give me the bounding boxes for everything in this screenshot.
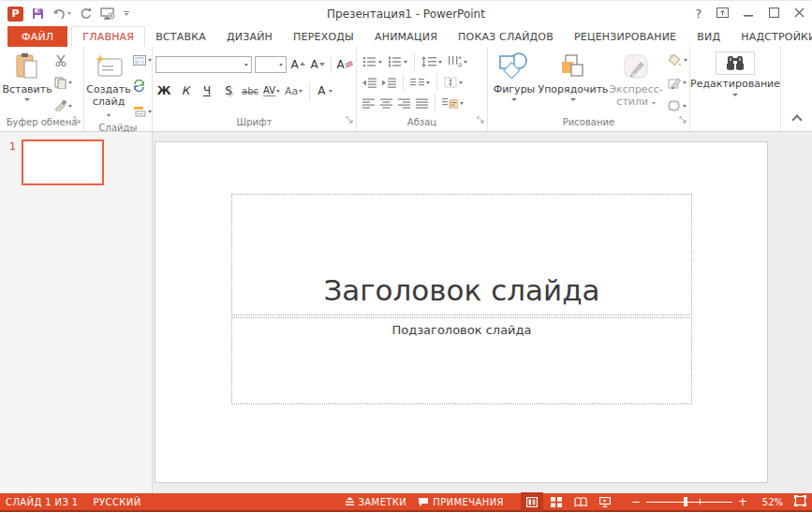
slide-sections-dropdown-arrow[interactable] <box>148 110 152 113</box>
shape-effects-arrow[interactable] <box>683 105 687 108</box>
slide-layout-button[interactable] <box>131 51 154 68</box>
powerpoint-icon[interactable]: P <box>7 7 23 22</box>
notes-toggle[interactable]: ЗАМЕТКИ <box>345 497 407 507</box>
format-painter-dropdown-arrow[interactable] <box>68 105 72 108</box>
zoom-percentage[interactable]: 52% <box>759 497 783 507</box>
help-button[interactable]: ? <box>696 7 701 21</box>
text-direction-button[interactable]: A <box>447 53 468 70</box>
slide-layout-dropdown-arrow[interactable] <box>148 59 152 62</box>
line-spacing-button[interactable] <box>421 53 443 70</box>
paste-dropdown-arrow[interactable] <box>24 98 30 101</box>
normal-view-button[interactable] <box>521 492 543 511</box>
tab-animations[interactable]: АНИМАЦИЯ <box>364 26 448 47</box>
close-button[interactable] <box>794 7 805 21</box>
italic-button[interactable]: К <box>177 81 194 100</box>
ribbon-display-options-button[interactable] <box>716 7 729 21</box>
new-slide-button[interactable]: Создать слайд <box>87 50 130 122</box>
decrease-indent-button[interactable] <box>362 74 377 91</box>
zoom-out-button[interactable]: − <box>631 497 641 506</box>
copy-button[interactable] <box>52 75 74 92</box>
undo-button[interactable] <box>52 8 71 20</box>
tab-insert[interactable]: ВСТАВКА <box>145 26 216 47</box>
font-size-combobox[interactable] <box>255 56 287 73</box>
strikethrough-button[interactable]: abc <box>242 81 258 100</box>
maximize-button[interactable] <box>769 7 779 21</box>
text-shadow-button[interactable]: S <box>220 81 237 100</box>
tab-transitions[interactable]: ПЕРЕХОДЫ <box>283 26 364 47</box>
collapse-ribbon-button[interactable] <box>791 114 802 124</box>
justify-button[interactable] <box>415 95 429 111</box>
zoom-slider-handle[interactable] <box>684 497 687 506</box>
paragraph-dialog-launcher[interactable] <box>477 110 485 128</box>
arrange-button[interactable]: Упорядочить <box>538 50 609 116</box>
shrink-font-button[interactable]: А <box>309 55 326 74</box>
shape-outline-arrow[interactable] <box>683 81 687 84</box>
drawing-dialog-launcher[interactable] <box>679 110 687 128</box>
cut-button[interactable] <box>52 51 74 68</box>
title-placeholder[interactable]: Заголовок слайда <box>231 194 692 315</box>
comments-toggle[interactable]: ПРИМЕЧАНИЯ <box>418 497 504 507</box>
clipboard-dialog-launcher[interactable] <box>73 110 81 128</box>
slide-counter[interactable]: СЛАЙД 1 ИЗ 1 <box>6 497 79 507</box>
columns-button[interactable] <box>409 74 431 91</box>
font-color-button[interactable]: А <box>317 81 333 100</box>
slide[interactable]: Заголовок слайда Подзаголовок слайда <box>155 141 768 483</box>
minimize-button[interactable] <box>744 7 754 21</box>
tab-slideshow[interactable]: ПОКАЗ СЛАЙДОВ <box>448 26 564 47</box>
quick-styles-button[interactable]: Экспресс- стили <box>609 50 663 116</box>
start-slideshow-button[interactable] <box>100 7 115 20</box>
new-slide-dropdown-arrow[interactable] <box>107 114 111 117</box>
reading-view-button[interactable] <box>569 492 592 511</box>
undo-dropdown-arrow[interactable] <box>67 12 71 15</box>
zoom-in-button[interactable]: + <box>738 497 747 506</box>
align-text-vertical-button[interactable] <box>443 74 464 91</box>
paste-button[interactable]: Вставить <box>3 50 52 116</box>
zoom-slider[interactable] <box>646 496 732 507</box>
tab-review[interactable]: РЕЦЕНЗИРОВАНИЕ <box>564 26 687 47</box>
increase-indent-button[interactable] <box>381 74 397 91</box>
slides-group-label: Слайды <box>84 122 152 135</box>
font-dialog-launcher[interactable] <box>346 110 354 128</box>
shape-outline-button[interactable] <box>666 75 689 92</box>
slide-sections-button[interactable] <box>131 103 154 120</box>
slide-sorter-view-button[interactable] <box>545 492 568 511</box>
subtitle-placeholder[interactable]: Подзаголовок слайда <box>231 317 692 404</box>
align-center-button[interactable] <box>379 95 393 111</box>
customize-qat-button[interactable] <box>124 11 129 17</box>
save-button[interactable] <box>32 7 44 20</box>
shapes-button[interactable]: Фигуры <box>491 50 538 116</box>
slideshow-view-button[interactable] <box>594 492 616 511</box>
cut-icon <box>54 54 67 66</box>
reset-slide-button[interactable] <box>131 78 154 95</box>
shape-fill-button[interactable] <box>666 51 689 68</box>
customize-qat-arrow <box>125 13 128 16</box>
shapes-dropdown-arrow[interactable] <box>511 98 517 101</box>
tab-design[interactable]: ДИЗАЙН <box>216 26 283 47</box>
shape-fill-arrow[interactable] <box>684 59 687 62</box>
change-case-button[interactable]: Aa <box>285 81 303 100</box>
grow-font-button[interactable]: А <box>289 55 306 74</box>
tab-addins[interactable]: НАДСТРОЙКИ <box>731 26 812 47</box>
underline-button[interactable]: Ч <box>199 81 215 100</box>
convert-to-smartart-button[interactable] <box>441 95 465 111</box>
editing-dropdown-arrow[interactable] <box>732 94 738 96</box>
character-spacing-button[interactable]: AV <box>263 81 280 100</box>
tab-file[interactable]: ФАЙЛ <box>7 26 67 47</box>
find-button[interactable] <box>716 51 755 75</box>
font-name-combobox[interactable] <box>155 56 252 73</box>
tab-view[interactable]: ВИД <box>687 26 731 47</box>
align-right-button[interactable] <box>397 95 411 111</box>
bold-button[interactable]: Ж <box>155 81 172 100</box>
redo-button[interactable] <box>80 7 92 20</box>
fit-slide-button[interactable] <box>794 495 806 508</box>
tab-home[interactable]: ГЛАВНАЯ <box>71 26 145 47</box>
numbering-button[interactable] <box>387 53 408 70</box>
copy-dropdown-arrow[interactable] <box>68 81 72 84</box>
clear-formatting-button[interactable]: А <box>336 55 353 74</box>
slide-thumbnail[interactable] <box>22 139 104 185</box>
arrange-dropdown-arrow[interactable] <box>570 98 576 101</box>
align-left-button[interactable] <box>362 95 376 111</box>
bullets-button[interactable] <box>362 53 383 70</box>
language-indicator[interactable]: РУССКИЙ <box>94 497 141 507</box>
format-painter-button[interactable] <box>52 97 74 114</box>
